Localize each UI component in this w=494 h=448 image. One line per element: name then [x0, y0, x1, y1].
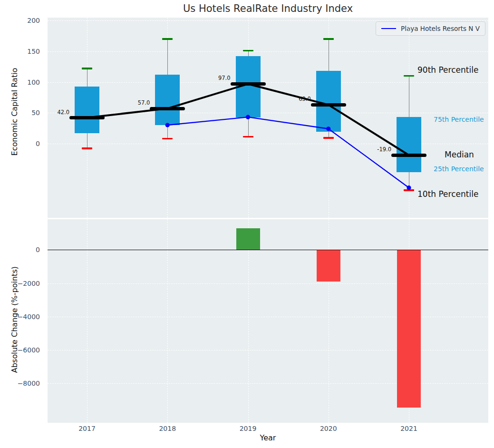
iqr-box — [155, 75, 180, 125]
top-y-tick-label: 0 — [0, 140, 40, 147]
whisker-cap-10th — [82, 147, 92, 149]
median-value-label: 63.0 — [254, 96, 311, 102]
annotation-10th-percentile: 10th Percentile — [417, 189, 478, 199]
bottom-y-tick-label: −6000 — [0, 346, 40, 354]
legend-line-swatch — [381, 28, 396, 29]
bottom-y-tick-label: 0 — [0, 246, 40, 253]
whisker-cap-90th — [243, 50, 253, 51]
whisker-cap-90th — [404, 75, 414, 77]
median-line — [150, 107, 185, 110]
boxplot-panel: Playa Hotels Resorts N V 42.057.097.063.… — [48, 18, 488, 218]
zero-axis-line — [48, 250, 488, 250]
x-tick-label: 2021 — [390, 425, 428, 432]
median-value-label: 57.0 — [93, 99, 150, 106]
x-tick-label: 2018 — [148, 425, 186, 432]
whisker-cap-90th — [162, 38, 173, 39]
top-y-tick-label: 200 — [0, 17, 40, 24]
annotation-90th-percentile: 90th Percentile — [417, 65, 478, 75]
h-gridline — [48, 350, 488, 351]
bar-negative — [397, 250, 421, 408]
median-line — [231, 82, 266, 86]
median-value-label: -19.0 — [334, 146, 391, 153]
bar-positive — [236, 228, 260, 250]
h-gridline — [48, 20, 488, 21]
iqr-box — [316, 71, 341, 132]
top-y-tick-label: 150 — [0, 48, 40, 55]
iqr-box — [236, 56, 261, 117]
bottom-y-tick-label: −8000 — [0, 380, 40, 387]
median-line — [391, 154, 426, 157]
h-gridline — [48, 283, 488, 284]
x-tick-label: 2019 — [229, 425, 267, 432]
legend: Playa Hotels Resorts N V — [376, 21, 485, 36]
h-gridline — [48, 144, 488, 144]
x-axis-label: Year — [48, 433, 488, 442]
top-y-tick-label: 100 — [0, 78, 40, 86]
median-value-label: 97.0 — [174, 75, 231, 81]
h-gridline — [48, 113, 488, 113]
whisker-cap-10th — [404, 189, 414, 191]
bottom-y-tick-label: −2000 — [0, 280, 40, 287]
top-y-tick-label: 50 — [0, 109, 40, 117]
h-gridline — [48, 383, 488, 384]
iqr-box — [75, 87, 99, 133]
annotation-25th-percentile: 25th Percentile — [434, 165, 484, 173]
h-gridline — [48, 317, 488, 317]
median-line — [311, 103, 346, 107]
annotation-median: Median — [445, 150, 474, 159]
h-gridline — [48, 51, 488, 52]
x-tick-label: 2020 — [310, 425, 348, 432]
bar-panel — [48, 219, 488, 423]
annotation-75th-percentile: 75th Percentile — [434, 116, 484, 123]
median-value-label: 42.0 — [48, 109, 69, 116]
x-tick-label: 2017 — [68, 425, 106, 432]
whisker-cap-10th — [162, 138, 173, 139]
h-gridline — [48, 82, 488, 83]
whisker-cap-90th — [323, 38, 334, 39]
bar-negative — [317, 250, 340, 282]
legend-label: Playa Hotels Resorts N V — [401, 25, 480, 32]
figure: Us Hotels RealRate Industry Index Econom… — [0, 0, 494, 448]
whisker-cap-10th — [243, 136, 253, 137]
median-line — [69, 116, 105, 119]
whisker-cap-90th — [82, 68, 92, 69]
whisker-cap-10th — [323, 137, 334, 138]
lines-overlay — [48, 18, 488, 218]
bottom-y-tick-label: −4000 — [0, 313, 40, 321]
iqr-box — [397, 117, 421, 172]
chart-title: Us Hotels RealRate Industry Index — [48, 3, 488, 14]
